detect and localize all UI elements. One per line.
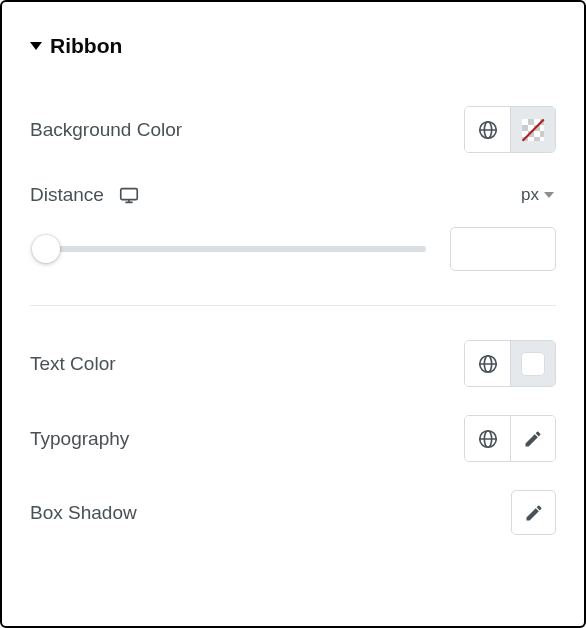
edit-typography-button[interactable] [510, 416, 555, 461]
background-color-swatch[interactable] [510, 107, 555, 152]
svg-rect-3 [121, 189, 138, 200]
typography-controls [464, 415, 556, 462]
divider [30, 305, 556, 306]
global-color-button[interactable] [465, 341, 510, 386]
distance-slider[interactable] [30, 246, 426, 252]
chevron-down-icon [544, 192, 554, 198]
global-color-button[interactable] [465, 107, 510, 152]
color-swatch-icon [522, 353, 544, 375]
background-color-controls [464, 106, 556, 153]
slider-track [42, 246, 426, 252]
ribbon-panel: Ribbon Background Color Dis [2, 2, 584, 567]
box-shadow-row: Box Shadow [30, 490, 556, 535]
globe-icon [477, 428, 499, 450]
text-color-swatch[interactable] [510, 341, 555, 386]
pencil-icon [523, 429, 543, 449]
text-color-label: Text Color [30, 353, 116, 375]
collapse-icon [30, 42, 42, 50]
slider-thumb[interactable] [32, 235, 60, 263]
section-title: Ribbon [50, 34, 122, 58]
section-header[interactable]: Ribbon [30, 34, 556, 58]
distance-input[interactable] [450, 227, 556, 271]
text-color-row: Text Color [30, 340, 556, 387]
background-color-row: Background Color [30, 106, 556, 153]
unit-value: px [521, 185, 539, 205]
distance-row: Distance px [30, 181, 556, 271]
pencil-icon [524, 503, 544, 523]
edit-box-shadow-button[interactable] [511, 490, 556, 535]
desktop-icon[interactable] [118, 184, 140, 206]
unit-select[interactable]: px [519, 181, 556, 209]
global-typography-button[interactable] [465, 416, 510, 461]
no-color-icon [522, 119, 544, 141]
box-shadow-label: Box Shadow [30, 502, 137, 524]
globe-icon [477, 119, 499, 141]
distance-label: Distance [30, 184, 104, 206]
typography-label: Typography [30, 428, 129, 450]
globe-icon [477, 353, 499, 375]
text-color-controls [464, 340, 556, 387]
background-color-label: Background Color [30, 119, 182, 141]
typography-row: Typography [30, 415, 556, 462]
